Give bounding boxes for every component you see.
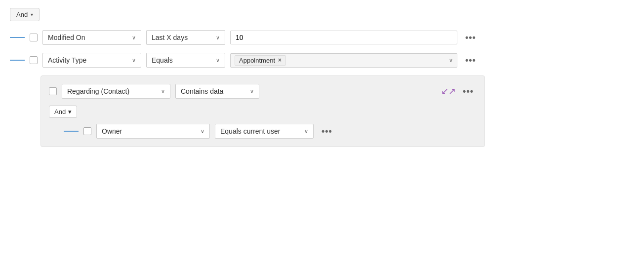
row1-operator-chevron: ∨ <box>216 35 220 41</box>
sub-group-checkbox[interactable] <box>49 87 57 95</box>
row1-more-options[interactable]: ••• <box>462 31 479 45</box>
nested-field-chevron: ∨ <box>201 128 204 135</box>
inner-and-label: And <box>54 108 66 115</box>
nested-more-options[interactable]: ••• <box>319 124 335 139</box>
sub-group-wrapper: Regarding (Contact) ∨ Contains data ∨ ↙↗… <box>10 75 634 153</box>
row-modified-on: Modified On ∨ Last X days ∨ ••• <box>10 30 634 45</box>
row1-field-label: Modified On <box>48 34 85 41</box>
sub-group-more-options[interactable]: ••• <box>460 84 477 99</box>
nested-line <box>64 131 79 132</box>
nested-operator-chevron: ∨ <box>304 128 308 135</box>
sub-group-field-select[interactable]: Regarding (Contact) ∨ <box>62 84 170 99</box>
row-line-2 <box>10 60 25 61</box>
sub-group-operator-label: Contains data <box>181 87 223 95</box>
row2-more-options[interactable]: ••• <box>462 53 479 68</box>
row2-field-chevron: ∨ <box>132 57 136 64</box>
inner-and-chevron: ▾ <box>68 108 72 115</box>
row1-operator-select[interactable]: Last X days ∨ <box>146 30 225 45</box>
sub-group-operator-select[interactable]: Contains data ∨ <box>175 84 259 99</box>
sub-group-field-chevron: ∨ <box>161 88 165 95</box>
row2-field-select[interactable]: Activity Type ∨ <box>42 53 141 68</box>
row1-field-chevron: ∨ <box>132 35 136 41</box>
nested-operator-label: Equals current user <box>220 127 280 135</box>
nested-row-owner: Owner ∨ Equals current user ∨ ••• <box>64 124 477 139</box>
row2-tag-chevron[interactable]: ∨ <box>445 57 453 64</box>
sub-group-row: Regarding (Contact) ∨ Contains data ∨ ↙↗… <box>49 84 477 99</box>
nested-checkbox[interactable] <box>83 127 91 135</box>
row1-field-select[interactable]: Modified On ∨ <box>42 30 141 45</box>
nested-field-select[interactable]: Owner ∨ <box>96 124 210 139</box>
top-and-button[interactable]: And ▾ <box>10 8 40 21</box>
sub-group: Regarding (Contact) ∨ Contains data ∨ ↙↗… <box>40 75 485 147</box>
filter-builder: And ▾ Modified On ∨ Last X days ∨ ••• <box>0 0 644 161</box>
row2-tag-close[interactable]: × <box>278 57 282 64</box>
collapse-icon[interactable]: ↙↗ <box>441 86 456 97</box>
top-and-label: And <box>16 11 28 18</box>
row2-tag-text: Appointment <box>239 57 275 64</box>
row2-operator-select[interactable]: Equals ∨ <box>146 53 225 68</box>
row1-value-field[interactable] <box>230 31 457 44</box>
row2-operator-label: Equals <box>152 56 173 64</box>
nested-operator-select[interactable]: Equals current user ∨ <box>215 124 314 139</box>
row1-checkbox[interactable] <box>30 34 38 41</box>
row2-checkbox[interactable] <box>30 56 38 64</box>
condition-rows: Modified On ∨ Last X days ∨ ••• Activity… <box>10 30 634 153</box>
row-activity-type: Activity Type ∨ Equals ∨ Appointment × ∨… <box>10 53 634 68</box>
row2-operator-chevron: ∨ <box>216 57 220 64</box>
top-and-chevron: ▾ <box>31 12 33 17</box>
row1-value-input[interactable] <box>236 34 452 41</box>
row-line-1 <box>10 37 25 38</box>
row2-value-tag: Appointment × <box>235 55 286 66</box>
nested-field-label: Owner <box>102 127 122 135</box>
sub-group-actions: ↙↗ ••• <box>441 84 477 99</box>
inner-and-button[interactable]: And ▾ <box>49 106 77 118</box>
row2-value-tag-container[interactable]: Appointment × ∨ <box>230 53 457 68</box>
sub-group-operator-chevron: ∨ <box>250 88 254 95</box>
sub-group-field-label: Regarding (Contact) <box>67 87 129 95</box>
row1-operator-label: Last X days <box>152 34 188 41</box>
row2-field-label: Activity Type <box>48 56 86 64</box>
